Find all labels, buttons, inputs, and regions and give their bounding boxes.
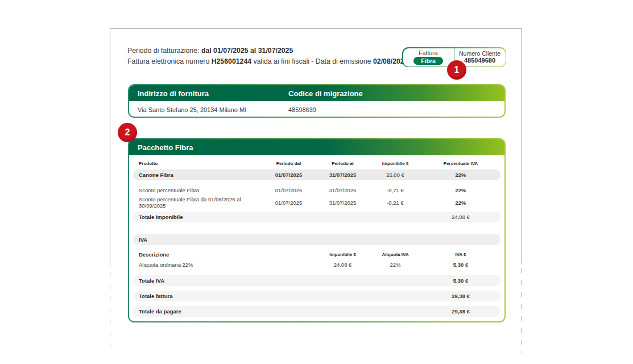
iva-section-band: IVA bbox=[133, 234, 500, 245]
table-row-discount-1: Sconto percentuale Fibra 01/07/2025 31/0… bbox=[133, 184, 500, 196]
invoice-type-cell: Fattura Fibra bbox=[403, 48, 454, 67]
iva-rate: 22% bbox=[370, 262, 421, 268]
page-border-right bbox=[522, 28, 522, 264]
annotation-badge-2: 2 bbox=[118, 123, 137, 142]
total-value: 5,30 € bbox=[421, 278, 500, 284]
row-amount: 25,00 € bbox=[370, 172, 421, 178]
table-header-row: Prodotto Periodo dal Periodo al Imponibi… bbox=[133, 159, 500, 168]
iva-amount: 5,30 € bbox=[421, 262, 500, 268]
billing-header: Periodo di fatturazione: dal 01/07/2025 … bbox=[127, 46, 408, 67]
billing-period-label: Periodo di fatturazione: bbox=[127, 47, 201, 55]
row-period-to: 31/07/2025 bbox=[316, 187, 370, 193]
supply-card-row: Via Santo Stefano 25, 20134 Milano MI 48… bbox=[129, 101, 504, 117]
einvoice-line: Fattura elettronica numero H256001244 va… bbox=[127, 56, 408, 67]
supply-card: Indirizzo di fornitura Codice di migrazi… bbox=[128, 84, 506, 118]
total-iva-row: Totale IVA 5,30 € bbox=[133, 275, 500, 286]
subtotal-label: Totale imponibile bbox=[133, 214, 262, 220]
total-due-row: Totale da pagare 29,38 € bbox=[133, 306, 500, 317]
einvoice-prefix: Fattura elettronica numero bbox=[127, 57, 212, 65]
header-iva-taxable: Imponibile € bbox=[316, 252, 370, 257]
total-label: Totale da pagare bbox=[133, 308, 262, 315]
supply-address-value: Via Santo Stefano 25, 20134 Milano MI bbox=[138, 106, 246, 113]
fibra-pill: Fibra bbox=[413, 57, 443, 65]
header-vat-pct: Percentuale IVA bbox=[421, 161, 500, 166]
package-title: Pacchetto Fibra bbox=[138, 143, 193, 152]
row-amount: -0,71 € bbox=[370, 187, 421, 193]
header-iva-rate: Aliquota IVA bbox=[370, 252, 421, 257]
subtotal-row: Totale imponibile 24,08 € bbox=[133, 212, 500, 222]
row-period-to: 31/07/2025 bbox=[316, 172, 370, 178]
total-label: Totale fattura bbox=[133, 293, 262, 299]
row-amount: -0,21 € bbox=[370, 200, 421, 206]
header-iva-amount: IVA € bbox=[421, 252, 500, 257]
billing-period-value: dal 01/07/2025 al 31/07/2025 bbox=[201, 47, 293, 55]
package-table: Prodotto Periodo dal Periodo al Imponibi… bbox=[129, 159, 504, 317]
migration-code-header: Codice di migrazione bbox=[288, 89, 363, 98]
total-label: Totale IVA bbox=[133, 278, 262, 284]
header-product: Prodotto bbox=[133, 161, 262, 166]
row-vat: 22% bbox=[421, 187, 500, 193]
page-border-right-dashed bbox=[522, 268, 522, 353]
row-period-from: 01/07/2025 bbox=[262, 172, 316, 178]
row-product: Canone Fibra bbox=[133, 172, 262, 178]
iva-header-row: Descrizione Imponibile € Aliquota IVA IV… bbox=[133, 249, 500, 259]
header-taxable: Imponibile € bbox=[370, 161, 421, 166]
row-product: Sconto percentuale Fibra da 01/06/2025 a… bbox=[133, 196, 262, 209]
total-value: 29,38 € bbox=[421, 308, 500, 315]
page-border-left-dashed bbox=[110, 272, 110, 353]
row-period-from: 01/07/2025 bbox=[262, 187, 316, 193]
table-row-discount-2: Sconto percentuale Fibra da 01/06/2025 a… bbox=[133, 196, 500, 208]
package-card-header-bar: Pacchetto Fibra bbox=[129, 139, 504, 155]
iva-description: Aliquota ordinaria 22% bbox=[133, 262, 316, 268]
invoice-type-label: Fattura bbox=[419, 49, 437, 56]
page-border-top bbox=[110, 28, 522, 29]
table-row-canone: Canone Fibra 01/07/2025 31/07/2025 25,00… bbox=[133, 169, 500, 180]
header-period-to: Periodo al bbox=[316, 161, 370, 166]
client-number-label: Numero Cliente bbox=[459, 50, 500, 57]
annotation-badge-1: 1 bbox=[447, 60, 466, 80]
iva-row: Aliquota ordinaria 22% 24,08 € 22% 5,30 … bbox=[133, 259, 500, 270]
page-border-left bbox=[110, 28, 110, 268]
row-vat: 22% bbox=[421, 172, 500, 178]
subtotal-value: 24,08 € bbox=[421, 214, 500, 220]
migration-code-value: 48598639 bbox=[288, 106, 316, 113]
header-period-from: Periodo dal bbox=[262, 161, 316, 166]
header-description: Descrizione bbox=[133, 251, 316, 258]
row-product: Sconto percentuale Fibra bbox=[133, 187, 262, 193]
total-value: 29,38 € bbox=[421, 293, 500, 299]
row-vat: 22% bbox=[421, 200, 500, 206]
billing-period-line: Periodo di fatturazione: dal 01/07/2025 … bbox=[127, 46, 408, 56]
row-period-from: 01/07/2025 bbox=[262, 200, 316, 206]
row-period-to: 31/07/2025 bbox=[316, 200, 370, 206]
client-number-value: 485049680 bbox=[464, 57, 495, 64]
total-invoice-row: Totale fattura 29,38 € bbox=[133, 291, 500, 301]
supply-card-header-bar: Indirizzo di fornitura Codice di migrazi… bbox=[129, 85, 504, 101]
invoice-page: Periodo di fatturazione: dal 01/07/2025 … bbox=[110, 28, 522, 351]
supply-address-header: Indirizzo di fornitura bbox=[138, 89, 209, 98]
einvoice-number: H256001244 bbox=[212, 57, 251, 65]
iva-taxable: 24,08 € bbox=[316, 262, 370, 268]
annotated-invoice-figure: Periodo di fatturazione: dal 01/07/2025 … bbox=[0, 0, 633, 364]
package-card: Pacchetto Fibra Prodotto Periodo dal Per… bbox=[128, 138, 506, 322]
einvoice-middle: valida ai fini fiscali - Data di emissio… bbox=[251, 57, 373, 65]
